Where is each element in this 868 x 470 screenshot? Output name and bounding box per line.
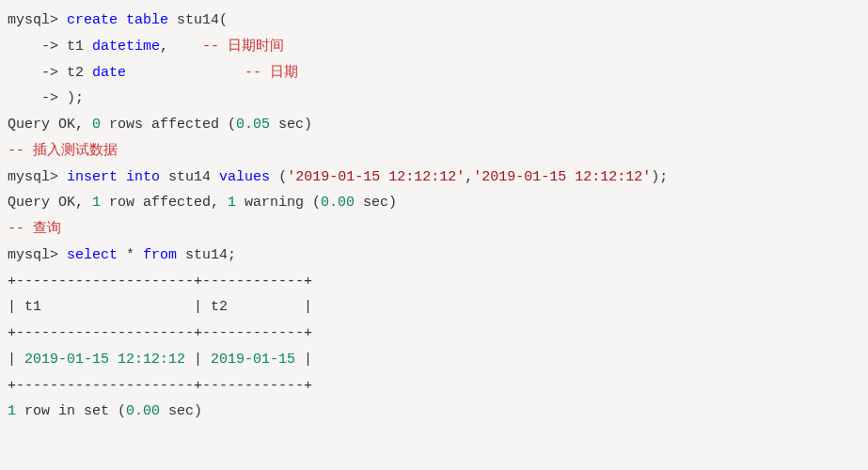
table-name: stu14 [177,12,219,28]
line-rows-in-set: 1 row in set (0.00 sec) [8,403,202,419]
table-border-top: +---------------------+------------+ [8,274,312,290]
result-text: Query OK, [8,117,92,133]
result-text: Query OK, [8,195,92,211]
continuation-prompt: -> [8,65,67,81]
open-paren: ( [219,12,228,28]
open-paren: ( [270,169,287,185]
result-end: sec) [355,195,397,211]
cell-t2: 2019-01-15 [211,352,295,368]
line-query-ok-1: Query OK, 0 rows affected (0.05 sec) [8,117,312,133]
string-val-1: '2019-01-15 12:12:12' [287,169,465,185]
num-rows: 1 [92,195,101,211]
keyword-from: from [143,247,177,263]
keyword-insert: insert [67,169,118,185]
result-mid: row in set ( [16,403,126,419]
result-mid: rows affected ( [101,117,236,133]
comment-datetime: -- 日期时间 [202,39,284,55]
col-name: t2 [67,65,92,81]
result-end: sec) [160,403,202,419]
mysql-prompt: mysql> [8,247,67,263]
star: * [118,247,143,263]
line-comment-insert: -- 插入测试数据 [8,143,118,159]
keyword-values: values [219,169,270,185]
line-close: -> ); [8,90,84,106]
result-mid: row affected, [101,195,228,211]
line-comment-select: -- 查询 [8,221,61,237]
type-date: date [92,65,126,81]
comma: , [160,39,202,55]
close-paren-semi: ); [651,169,668,185]
mysql-terminal-output: mysql> create table stu14( -> t1 datetim… [8,8,860,425]
keyword-table: table [126,12,168,28]
close-paren: ); [67,90,84,106]
line-col-t1: -> t1 datetime, -- 日期时间 [8,39,284,55]
keyword-select: select [67,247,118,263]
num-sec: 0.00 [126,403,160,419]
line-col-t2: -> t2 date -- 日期 [8,65,298,81]
col-name: t1 [67,39,92,55]
comma: , [465,169,473,185]
string-val-2: '2019-01-15 12:12:12' [473,169,651,185]
table-name: stu14 [177,247,228,263]
cell-t1: 2019-01-15 12:12:12 [24,352,185,368]
table-data-row: | 2019-01-15 12:12:12 | 2019-01-15 | [8,352,312,368]
table-border-mid: +---------------------+------------+ [8,325,312,341]
result-end: sec) [270,117,312,133]
num-warn: 1 [228,195,236,211]
num-rows: 0 [92,117,101,133]
line-insert: mysql> insert into stu14 values ('2019-0… [8,169,668,185]
line-query-ok-2: Query OK, 1 row affected, 1 warning (0.0… [8,195,397,211]
padding [126,65,245,81]
num-sec: 0.05 [236,117,270,133]
table-name: stu14 [168,169,211,185]
continuation-prompt: -> [8,39,67,55]
keyword-create: create [67,12,118,28]
table-border-bottom: +---------------------+------------+ [8,378,312,394]
comment-date: -- 日期 [245,65,298,81]
table-header-row: | t1 | t2 | [8,299,312,315]
keyword-into: into [126,169,160,185]
semicolon: ; [228,247,236,263]
continuation-prompt: -> [8,90,67,106]
num-sec: 0.00 [321,195,355,211]
line-select: mysql> select * from stu14; [8,247,236,263]
mysql-prompt: mysql> [8,169,67,185]
result-warn: warning ( [236,195,321,211]
num-rows: 1 [8,403,16,419]
mysql-prompt: mysql> [8,12,67,28]
line-create-table: mysql> create table stu14( [8,12,228,28]
type-datetime: datetime [92,39,160,55]
